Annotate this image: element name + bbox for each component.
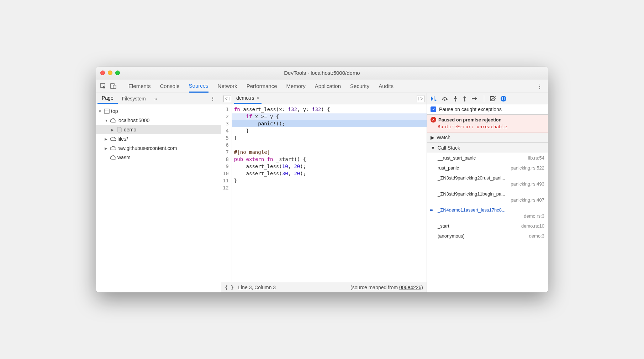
pause-caught-checkbox[interactable]: ✓	[431, 106, 436, 112]
svg-point-10	[455, 100, 456, 102]
code-line[interactable]: }	[232, 177, 427, 184]
tab-elements[interactable]: Elements	[128, 79, 151, 93]
code-line[interactable]: }	[232, 127, 427, 134]
tab-security[interactable]: Security	[350, 79, 369, 93]
tab-application[interactable]: Application	[315, 79, 341, 93]
editor-statusbar: { } Line 3, Column 3 (source mapped from…	[221, 282, 427, 292]
svg-point-8	[444, 99, 445, 101]
callstack-section[interactable]: ▼ Call Stack	[427, 143, 548, 153]
window-controls	[100, 71, 120, 75]
navigator-panel: Page Filesystem » ⋮ ▼top▼localhost:5000▶…	[96, 93, 221, 292]
error-icon: ×	[431, 117, 436, 123]
code-line[interactable]	[232, 184, 427, 191]
svg-rect-7	[434, 96, 434, 101]
tab-audits[interactable]: Audits	[379, 79, 394, 93]
navigator-overflow[interactable]: »	[150, 93, 162, 104]
titlebar: DevTools - localhost:5000/demo	[96, 67, 548, 79]
code-line[interactable]: if x >= y {	[232, 113, 427, 120]
zoom-window[interactable]	[115, 71, 120, 75]
current-frame-icon: ➨	[430, 207, 434, 213]
code-line[interactable]	[232, 141, 427, 149]
deactivate-breakpoints-icon[interactable]	[490, 96, 496, 101]
file-tab-demo-rs[interactable]: demo.rs ×	[234, 93, 262, 104]
svg-rect-3	[104, 109, 109, 113]
filesystem-tab[interactable]: Filesystem	[118, 93, 150, 104]
close-window[interactable]	[100, 71, 105, 75]
svg-line-15	[490, 97, 496, 101]
stack-frame[interactable]: _startdemo.rs:10	[427, 221, 548, 231]
pause-caught-label: Pause on caught exceptions	[439, 106, 502, 112]
code-line[interactable]: panic!();	[232, 120, 427, 127]
stack-frame[interactable]: _ZN3std9panicking20rust_pani...panicking…	[427, 173, 548, 189]
window-title: DevTools - localhost:5000/demo	[96, 70, 548, 76]
code-line[interactable]: pub extern fn _start() {	[232, 156, 427, 163]
code-line[interactable]: fn assert_less(x: i32, y: i32) {	[232, 106, 427, 113]
pause-exceptions-pane: ✓ Pause on caught exceptions	[427, 104, 548, 115]
stack-frame[interactable]: _ZN3std9panicking11begin_pa...panicking.…	[427, 189, 548, 205]
step-out-icon[interactable]	[463, 96, 467, 102]
nav-forward-icon[interactable]	[417, 95, 424, 102]
main-toolbar: ElementsConsoleSourcesNetworkPerformance…	[96, 79, 548, 93]
nav-back-icon[interactable]	[223, 95, 231, 102]
editor-panel: demo.rs × 123456789101112 fn assert_less…	[221, 93, 427, 292]
debugger-panel: ✓ Pause on caught exceptions × Paused on…	[427, 93, 548, 292]
tab-sources[interactable]: Sources	[189, 79, 208, 93]
pause-reason-message: RuntimeError: unreachable	[427, 123, 548, 132]
tree-item[interactable]: wasm	[96, 153, 221, 162]
device-toggle-icon[interactable]	[110, 83, 117, 89]
callstack-label: Call Stack	[438, 145, 460, 151]
tab-console[interactable]: Console	[160, 79, 180, 93]
chevron-down-icon: ▼	[431, 145, 436, 151]
pretty-print-icon[interactable]: { }	[225, 285, 234, 290]
pause-reason-pane: × Paused on promise rejection RuntimeErr…	[427, 115, 548, 132]
cursor-position: Line 3, Column 3	[238, 285, 276, 290]
code-editor[interactable]: 123456789101112 fn assert_less(x: i32, y…	[221, 104, 427, 282]
step-into-icon[interactable]	[453, 96, 458, 102]
stack-frame[interactable]: (anonymous)demo:3	[427, 231, 548, 241]
tab-network[interactable]: Network	[218, 79, 237, 93]
code-line[interactable]: }	[232, 134, 427, 141]
close-tab-icon[interactable]: ×	[257, 95, 259, 101]
tree-item[interactable]: ▶demo	[96, 125, 221, 134]
tree-root[interactable]: ▼top	[96, 106, 221, 116]
source-map-link[interactable]: 006e4226	[399, 285, 421, 290]
devtools-window: DevTools - localhost:5000/demo ElementsC…	[96, 67, 548, 292]
stack-frame[interactable]: rust_panicpanicking.rs:522	[427, 163, 548, 173]
tree-item[interactable]: ▶file://	[96, 134, 221, 144]
svg-point-12	[464, 100, 465, 102]
page-tab[interactable]: Page	[97, 93, 118, 104]
tab-performance[interactable]: Performance	[247, 79, 277, 93]
svg-point-14	[472, 98, 473, 99]
navigator-menu-icon[interactable]: ⋮	[206, 93, 220, 104]
tree-item[interactable]: ▼localhost:5000	[96, 116, 221, 125]
tab-memory[interactable]: Memory	[286, 79, 306, 93]
file-tab-label: demo.rs	[236, 95, 254, 101]
watch-section[interactable]: ▶ Watch	[427, 132, 548, 143]
pause-reason-title: Paused on promise rejection	[438, 117, 502, 123]
code-line[interactable]: assert_less(30, 20);	[232, 170, 427, 177]
chevron-right-icon: ▶	[431, 135, 434, 140]
resume-icon[interactable]	[431, 96, 437, 102]
stack-frame[interactable]: __rust_start_paniclib.rs:54	[427, 153, 548, 163]
more-menu-icon[interactable]: ⋮	[532, 82, 548, 90]
step-icon[interactable]	[472, 97, 478, 101]
step-over-icon[interactable]	[442, 96, 448, 101]
debugger-toolbar	[427, 93, 548, 104]
inspect-element-icon[interactable]	[100, 83, 107, 89]
code-line[interactable]: assert_less(10, 20);	[232, 163, 427, 170]
svg-rect-2	[113, 85, 116, 89]
watch-label: Watch	[437, 135, 450, 140]
stack-frame[interactable]: ➨_ZN4demo11assert_less17hc8...demo.rs:3	[427, 205, 548, 221]
svg-rect-18	[504, 97, 505, 100]
pause-exceptions-icon[interactable]	[501, 96, 506, 102]
tree-item[interactable]: ▶raw.githubusercontent.com	[96, 144, 221, 153]
code-line[interactable]: #[no_mangle]	[232, 149, 427, 156]
svg-rect-17	[502, 97, 503, 100]
source-map-info: (source mapped from 006e4226)	[350, 285, 423, 290]
svg-point-16	[501, 96, 506, 102]
minimize-window[interactable]	[108, 71, 112, 75]
